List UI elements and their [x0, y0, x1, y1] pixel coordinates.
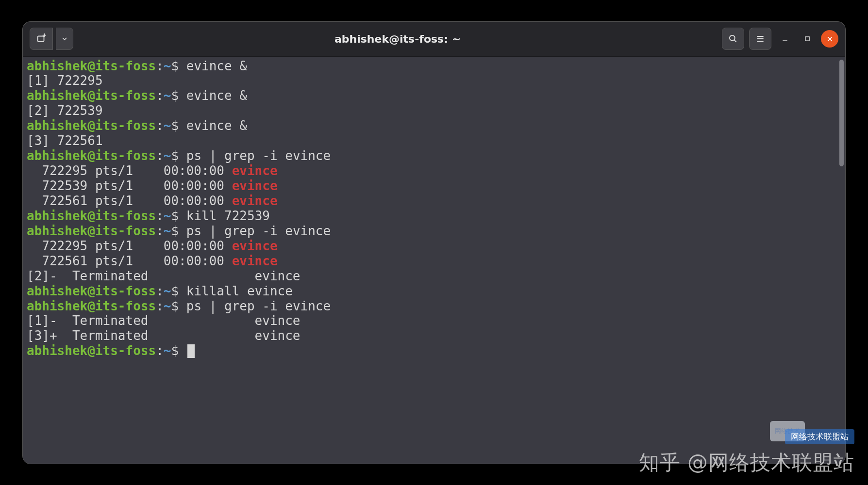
terminal-line: 722295 pts/1 00:00:00 evince — [27, 239, 841, 254]
terminal-line: [2]- Terminated evince — [27, 269, 841, 284]
svg-line-4 — [734, 40, 736, 42]
terminal-window: abhishek@its-foss: ~ abhishek@its-foss:~… — [23, 22, 845, 464]
titlebar-left-group — [30, 28, 73, 50]
scrollbar-thumb[interactable] — [839, 60, 844, 166]
terminal-line: abhishek@its-foss:~$ evince & — [27, 59, 841, 74]
minimize-button[interactable] — [776, 30, 794, 48]
terminal-line: 722561 pts/1 00:00:00 evince — [27, 194, 841, 209]
minimize-icon — [781, 35, 789, 43]
svg-rect-9 — [805, 37, 809, 41]
tab-dropdown-button[interactable] — [56, 28, 73, 50]
terminal-line: abhishek@its-foss:~$ killall evince — [27, 284, 841, 299]
terminal-line: [3] 722561 — [27, 133, 841, 148]
new-tab-button[interactable] — [30, 28, 53, 50]
window-title: abhishek@its-foss: ~ — [77, 33, 718, 45]
cursor — [187, 344, 195, 358]
terminal-line: abhishek@its-foss:~$ — [27, 343, 841, 358]
new-tab-icon — [36, 33, 47, 44]
close-button[interactable] — [821, 30, 838, 48]
maximize-button[interactable] — [799, 30, 816, 48]
chevron-down-icon — [61, 35, 68, 43]
titlebar-right-group — [722, 28, 838, 50]
titlebar: abhishek@its-foss: ~ — [23, 22, 845, 57]
terminal-line: 722561 pts/1 00:00:00 evince — [27, 254, 841, 269]
terminal-line: [1]- Terminated evince — [27, 313, 841, 328]
terminal-line: abhishek@its-foss:~$ kill 722539 — [27, 209, 841, 224]
terminal-line: abhishek@its-foss:~$ evince & — [27, 88, 841, 103]
close-icon — [826, 35, 834, 43]
search-button[interactable] — [722, 28, 744, 50]
terminal-line: abhishek@its-foss:~$ ps | grep -i evince — [27, 299, 841, 314]
terminal-line: abhishek@its-foss:~$ ps | grep -i evince — [27, 224, 841, 239]
maximize-icon — [804, 35, 811, 42]
terminal-line: 722295 pts/1 00:00:00 evince — [27, 163, 841, 178]
terminal-line: [3]+ Terminated evince — [27, 328, 841, 343]
hamburger-icon — [755, 34, 765, 44]
terminal-line: [1] 722295 — [27, 73, 841, 88]
terminal-line: [2] 722539 — [27, 103, 841, 118]
terminal-line: 722539 pts/1 00:00:00 evince — [27, 178, 841, 194]
search-icon — [728, 34, 738, 44]
svg-point-3 — [730, 35, 735, 41]
menu-button[interactable] — [749, 28, 771, 50]
terminal-body[interactable]: abhishek@its-foss:~$ evince &[1] 722295a… — [23, 57, 845, 464]
terminal-line: abhishek@its-foss:~$ ps | grep -i evince — [27, 148, 841, 163]
svg-rect-0 — [38, 36, 44, 42]
terminal-line: abhishek@its-foss:~$ evince & — [27, 118, 841, 133]
